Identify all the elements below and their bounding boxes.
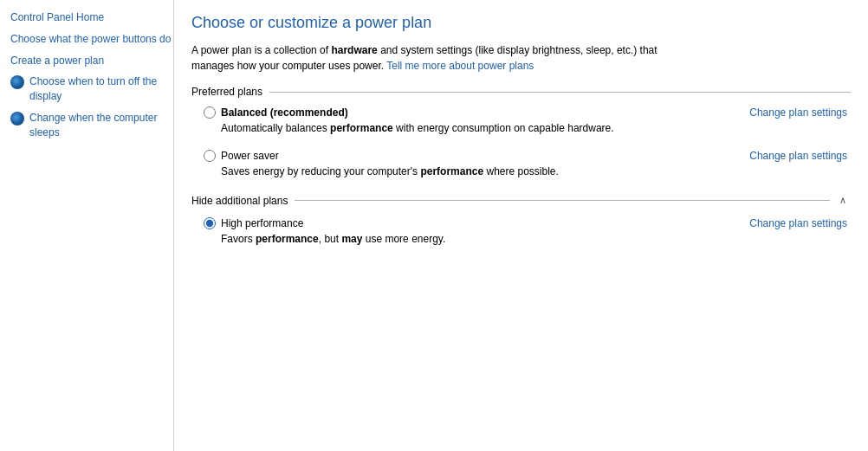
balanced-plan-header: Balanced (recommended) Change plan setti… — [204, 106, 851, 119]
sidebar-item-control-panel-home[interactable]: Control Panel Home — [10, 10, 173, 25]
display-icon — [10, 75, 24, 89]
sidebar-item-create-plan[interactable]: Create a power plan — [10, 54, 173, 68]
high-performance-radio[interactable] — [204, 217, 216, 229]
power-saver-plan-item: Power saver Change plan settings Saves e… — [191, 150, 851, 179]
balanced-plan-left: Balanced (recommended) — [204, 106, 348, 119]
sidebar: Control Panel Home Choose what the power… — [0, 0, 173, 451]
balanced-plan-item: Balanced (recommended) Change plan setti… — [191, 106, 851, 136]
power-saver-bold-performance: performance — [420, 165, 483, 177]
balanced-plan-description: Automatically balances performance with … — [204, 121, 637, 136]
hp-bold-may: may — [341, 233, 362, 245]
additional-plans-divider — [295, 200, 830, 201]
sidebar-link-power-buttons[interactable]: Choose what the power buttons do — [10, 32, 171, 47]
main-content: Choose or customize a power plan A power… — [173, 0, 868, 451]
power-saver-plan-name: Power saver — [221, 150, 279, 162]
high-performance-plan-item: High performance Change plan settings Fa… — [191, 217, 851, 247]
additional-plans-label: Hide additional plans — [191, 195, 295, 207]
high-performance-change-link[interactable]: Change plan settings — [749, 217, 847, 229]
page-title: Choose or customize a power plan — [191, 14, 851, 32]
power-saver-plan-description: Saves energy by reducing your computer's… — [204, 164, 637, 179]
power-saver-plan-header: Power saver Change plan settings — [204, 150, 851, 162]
bold-hardware: hardware — [331, 44, 377, 56]
power-saver-change-link[interactable]: Change plan settings — [749, 150, 847, 162]
power-saver-plan-left: Power saver — [204, 150, 279, 162]
preferred-plans-label: Preferred plans — [191, 86, 269, 98]
sidebar-link-turn-off-display[interactable]: Choose when to turn off the display — [29, 74, 173, 104]
high-performance-plan-description: Favors performance, but may use more ene… — [204, 232, 637, 247]
additional-plans-section: Hide additional plans ∧ High performance… — [191, 193, 851, 247]
hp-bold-performance: performance — [256, 233, 319, 245]
sidebar-item-computer-sleeps: Change when the computer sleeps — [10, 111, 173, 140]
sidebar-link-computer-sleeps[interactable]: Change when the computer sleeps — [29, 111, 173, 140]
collapse-additional-button[interactable]: ∧ — [835, 193, 851, 209]
preferred-plans-divider — [269, 92, 851, 93]
preferred-plans-section: Preferred plans Balanced (recommended) C… — [191, 86, 851, 179]
high-performance-plan-left: High performance — [204, 217, 303, 229]
balanced-bold-performance: performance — [330, 122, 393, 134]
learn-more-link[interactable]: Tell me more about power plans — [386, 60, 534, 72]
power-saver-radio[interactable] — [204, 150, 216, 162]
balanced-plan-name: Balanced (recommended) — [221, 106, 348, 119]
high-performance-plan-header: High performance Change plan settings — [204, 217, 851, 229]
sidebar-item-turn-off-display: Choose when to turn off the display — [10, 74, 173, 104]
balanced-radio[interactable] — [204, 106, 216, 119]
page-description: A power plan is a collection of hardware… — [191, 42, 703, 74]
additional-plans-header: Hide additional plans ∧ — [191, 193, 851, 209]
high-performance-plan-name: High performance — [221, 217, 303, 229]
sidebar-item-power-buttons: Choose what the power buttons do — [10, 32, 173, 47]
balanced-change-link[interactable]: Change plan settings — [749, 106, 847, 119]
sleep-icon — [10, 112, 24, 126]
preferred-plans-header: Preferred plans — [191, 86, 851, 98]
